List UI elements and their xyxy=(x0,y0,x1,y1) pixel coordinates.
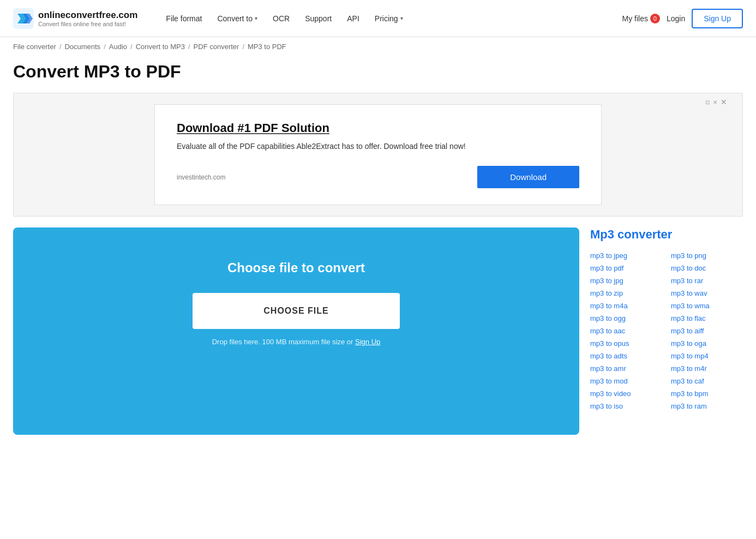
sidebar-link[interactable]: mp3 to iso xyxy=(590,401,662,411)
nav-convert-to[interactable]: Convert to ▾ xyxy=(211,10,264,27)
drop-text: Drop files here. 100 MB maximum file siz… xyxy=(212,338,381,346)
choose-file-button[interactable]: CHOOSE FILE xyxy=(193,293,400,329)
sidebar-link[interactable]: mp3 to wma xyxy=(671,301,743,311)
breadcrumb-file-converter[interactable]: File converter xyxy=(13,43,56,51)
sidebar-title: Mp3 converter xyxy=(590,227,743,242)
sidebar-link[interactable]: mp3 to mod xyxy=(590,376,662,386)
logo-subtitle: Convert files online free and fast! xyxy=(38,21,137,27)
ad-label: ⊡ ✕ ✕ xyxy=(705,98,727,106)
sidebar-link[interactable]: mp3 to jpg xyxy=(590,276,662,286)
breadcrumb-sep-1: / xyxy=(59,43,62,51)
ad-description: Evaluate all of the PDF capabilities Abl… xyxy=(177,142,579,151)
page-title: Convert MP3 to PDF xyxy=(0,56,756,93)
signup-button[interactable]: Sign Up xyxy=(692,9,743,28)
sidebar-link[interactable]: mp3 to flac xyxy=(671,313,743,324)
sign-up-link[interactable]: Sign Up xyxy=(355,338,380,346)
sidebar-link[interactable]: mp3 to aac xyxy=(590,326,662,336)
ad-title: Download #1 PDF Solution xyxy=(177,121,579,135)
breadcrumb: File converter / Documents / Audio / Con… xyxy=(0,37,756,56)
breadcrumb-pdf-converter[interactable]: PDF converter xyxy=(194,43,239,51)
my-files-link[interactable]: My files 0 xyxy=(622,14,659,23)
chevron-down-icon: ▾ xyxy=(255,15,257,21)
sidebar-link[interactable]: mp3 to bpm xyxy=(671,388,743,399)
ad-source: investintech.com xyxy=(177,173,225,181)
breadcrumb-sep-4: / xyxy=(188,43,190,51)
header: onlineconvertfree.com Convert files onli… xyxy=(0,0,756,37)
sidebar-link[interactable]: mp3 to ogg xyxy=(590,313,662,324)
sidebar-link[interactable]: mp3 to amr xyxy=(590,363,662,374)
my-files-label: My files xyxy=(622,14,647,23)
my-files-badge: 0 xyxy=(650,14,660,23)
sidebar-link[interactable]: mp3 to m4a xyxy=(590,301,662,311)
ad-footer: investintech.com Download xyxy=(177,166,579,188)
chevron-down-icon-pricing: ▾ xyxy=(400,15,403,21)
sidebar-link[interactable]: mp3 to adts xyxy=(590,351,662,361)
nav-file-format[interactable]: File format xyxy=(159,10,208,27)
sidebar-link[interactable]: mp3 to caf xyxy=(671,376,743,386)
main-nav: File format Convert to ▾ OCR Support API… xyxy=(159,10,622,27)
nav-api[interactable]: API xyxy=(340,10,366,27)
nav-support[interactable]: Support xyxy=(298,10,338,27)
sidebar-link[interactable]: mp3 to oga xyxy=(671,338,743,349)
ad-inner: Download #1 PDF Solution Evaluate all of… xyxy=(154,104,602,205)
sidebar-link[interactable]: mp3 to ram xyxy=(671,401,743,411)
sidebar: Mp3 converter mp3 to jpegmp3 to pngmp3 t… xyxy=(590,227,743,435)
sidebar-link[interactable]: mp3 to doc xyxy=(671,263,743,273)
sidebar-links: mp3 to jpegmp3 to pngmp3 to pdfmp3 to do… xyxy=(590,250,743,411)
converter-box: Choose file to convert CHOOSE FILE Drop … xyxy=(13,227,579,435)
sidebar-link[interactable]: mp3 to pdf xyxy=(590,263,662,273)
header-right: My files 0 Login Sign Up xyxy=(622,9,743,28)
logo-icon xyxy=(13,8,34,29)
sidebar-link[interactable]: mp3 to jpeg xyxy=(590,250,662,261)
breadcrumb-sep-5: / xyxy=(242,43,244,51)
nav-pricing[interactable]: Pricing ▾ xyxy=(368,10,410,27)
logo[interactable]: onlineconvertfree.com Convert files onli… xyxy=(13,8,137,29)
ad-banner: ⊡ ✕ ✕ Download #1 PDF Solution Evaluate … xyxy=(13,93,743,217)
ad-close-icon[interactable]: ✕ xyxy=(721,98,727,106)
converter-title: Choose file to convert xyxy=(227,260,365,276)
sidebar-link[interactable]: mp3 to mp4 xyxy=(671,351,743,361)
sidebar-link[interactable]: mp3 to aiff xyxy=(671,326,743,336)
breadcrumb-mp3-to-pdf[interactable]: MP3 to PDF xyxy=(248,43,286,51)
sidebar-link[interactable]: mp3 to wav xyxy=(671,288,743,298)
sidebar-link[interactable]: mp3 to opus xyxy=(590,338,662,349)
ad-download-button[interactable]: Download xyxy=(477,166,579,188)
ad-expand-icon: ⊡ xyxy=(705,99,710,105)
main-content: Choose file to convert CHOOSE FILE Drop … xyxy=(0,227,756,457)
breadcrumb-sep-3: / xyxy=(130,43,133,51)
breadcrumb-convert-mp3[interactable]: Convert to MP3 xyxy=(136,43,185,51)
sidebar-link[interactable]: mp3 to png xyxy=(671,250,743,261)
sidebar-link[interactable]: mp3 to rar xyxy=(671,276,743,286)
breadcrumb-sep-2: / xyxy=(104,43,106,51)
logo-title: onlineconvertfree.com xyxy=(38,10,137,21)
sidebar-link[interactable]: mp3 to m4r xyxy=(671,363,743,374)
ad-settings-icon: ✕ xyxy=(713,99,717,105)
sidebar-link[interactable]: mp3 to zip xyxy=(590,288,662,298)
login-link[interactable]: Login xyxy=(667,14,685,23)
nav-ocr[interactable]: OCR xyxy=(266,10,296,27)
breadcrumb-audio[interactable]: Audio xyxy=(109,43,127,51)
sidebar-link[interactable]: mp3 to video xyxy=(590,388,662,399)
breadcrumb-documents[interactable]: Documents xyxy=(64,43,100,51)
